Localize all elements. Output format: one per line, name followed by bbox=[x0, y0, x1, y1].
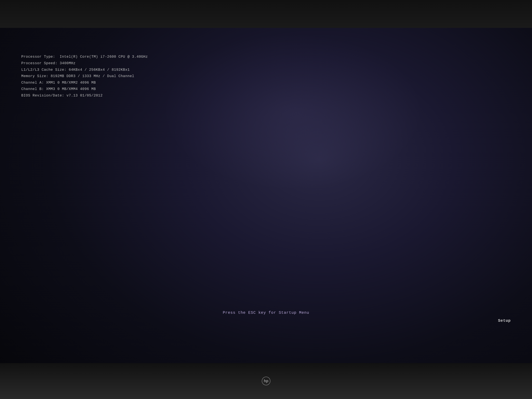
bottom-bezel: hp bbox=[0, 363, 532, 399]
system-info-line: Processor Type: Intel(R) Core(TM) i7-260… bbox=[21, 54, 511, 60]
bios-screen: Processor Type: Intel(R) Core(TM) i7-260… bbox=[0, 0, 532, 399]
system-info-line: Memory Size: 8192MB DDR3 / 1333 MHz / Du… bbox=[21, 73, 511, 80]
bottom-section: Press the ESC key for Startup Menu Setup bbox=[0, 310, 532, 323]
system-info-line: L1/L2/L3 Cache Size: 64KBx4 / 256KBx4 / … bbox=[21, 67, 511, 73]
press-esc-message: Press the ESC key for Startup Menu bbox=[223, 310, 309, 315]
svg-text:hp: hp bbox=[264, 379, 268, 383]
system-info-line: BIOS Revision/Date: v7.13 01/05/2012 bbox=[21, 92, 511, 99]
top-bezel bbox=[0, 0, 532, 28]
setup-label: Setup bbox=[498, 318, 511, 323]
content-area: Processor Type: Intel(R) Core(TM) i7-260… bbox=[0, 28, 532, 363]
system-info: Processor Type: Intel(R) Core(TM) i7-260… bbox=[21, 54, 511, 99]
hp-logo-icon: hp bbox=[262, 376, 271, 386]
system-info-line: Channel A: XMM1 0 MB/XMM2 4096 MB bbox=[21, 80, 511, 86]
system-info-line: Processor Speed: 3400MHz bbox=[21, 60, 511, 67]
system-info-line: Channel B: XMM3 0 MB/XMM4 4096 MB bbox=[21, 86, 511, 92]
